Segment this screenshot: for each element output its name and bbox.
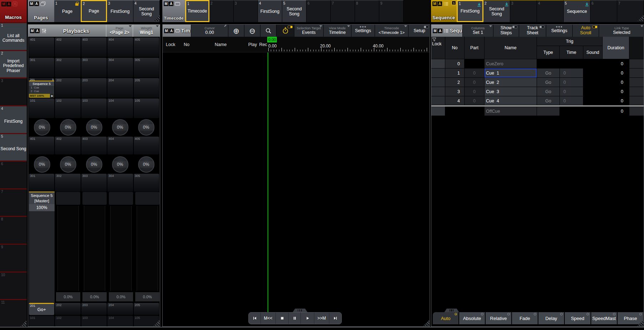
encoder-button-absolute[interactable]: Absolute: [459, 312, 485, 324]
playback-knob[interactable]: 0%: [34, 156, 50, 173]
macro-item[interactable]: 7: [0, 188, 27, 216]
playhead-line[interactable]: [268, 52, 268, 312]
cue-name-cell[interactable]: Cue 4: [485, 96, 537, 105]
column-header-name[interactable]: Name: [485, 37, 537, 59]
timecode-tab[interactable]: 2: [209, 0, 234, 22]
column-header-rec[interactable]: Rec: [259, 37, 268, 52]
playback-knob[interactable]: 0%: [86, 119, 102, 136]
sequence-tab[interactable]: 2Second Song: [483, 0, 510, 22]
master-fader-track[interactable]: [29, 211, 55, 303]
column-header-trig[interactable]: Trig: [537, 37, 602, 46]
view-mode-selector[interactable]: View Mode Timeline: [324, 25, 351, 37]
sequence-tab[interactable]: 5Sequence: [564, 0, 590, 22]
zoom-in-button[interactable]: ⊕: [228, 25, 244, 37]
pages-tab[interactable]: 2Page: [81, 0, 107, 22]
playback-cell[interactable]: 202: [55, 303, 80, 315]
column-header-lock[interactable]: Lock: [163, 37, 178, 52]
playback-cell[interactable]: 301: [29, 58, 54, 77]
skip-start-button[interactable]: [249, 313, 261, 324]
playback-knob[interactable]: 0%: [112, 119, 128, 136]
timecode-tab[interactable]: 3: [234, 0, 258, 22]
playback-cell[interactable]: 204: [107, 78, 133, 98]
timecode-tab[interactable]: 6: [306, 0, 331, 22]
pages-tab[interactable]: 4Second Song: [133, 0, 160, 22]
playback-cell[interactable]: 402: [55, 37, 80, 57]
fader-column[interactable]: 0.0%: [108, 192, 134, 303]
playback-cell[interactable]: 305: [134, 174, 159, 192]
playback-cell[interactable]: 101: [29, 98, 54, 118]
playback-cell[interactable]: 302: [55, 58, 80, 77]
macro-item[interactable]: 2Import Predefined Phaser: [0, 50, 27, 78]
encoder-button-relative[interactable]: Relative: [486, 312, 511, 324]
encoder-button-speedmast[interactable]: SpeedMast: [591, 312, 617, 324]
fader-track[interactable]: [57, 206, 79, 291]
go-plus-button[interactable]: 201Go+: [29, 303, 54, 315]
timecode-pool-button[interactable]: MA Timecode: [162, 0, 185, 22]
column-header-no[interactable]: No: [178, 37, 195, 52]
playback-knob[interactable]: 0%: [112, 156, 128, 173]
macro-item[interactable]: 3: [0, 77, 27, 105]
pages-pool-button[interactable]: MA Pages: [28, 0, 54, 22]
cue-name-cell[interactable]: CueZero: [485, 59, 537, 68]
sequence-tab[interactable]: 6: [590, 0, 617, 22]
auto-scroll-button[interactable]: Auto Scroll: [573, 25, 599, 37]
timecode-show-selector[interactable]: Timecode <Timecode 1>: [375, 25, 409, 37]
setup-button[interactable]: Setup: [409, 25, 430, 37]
cue-lock-cell[interactable]: [431, 59, 445, 68]
cue-name-cell[interactable]: OffCue: [485, 107, 537, 116]
cue-lock-cell[interactable]: [431, 107, 445, 116]
pause-button[interactable]: [289, 313, 301, 324]
timeline-canvas[interactable]: [163, 52, 430, 326]
fader-track[interactable]: [84, 206, 105, 291]
stopwatch-button[interactable]: [277, 25, 294, 37]
playback-cell[interactable]: 104: [107, 98, 133, 118]
timecode-tab[interactable]: 1Timecode: [185, 0, 209, 22]
playback-knob[interactable]: 0%: [60, 156, 76, 173]
pages-tab[interactable]: 3FirstSong: [107, 0, 133, 22]
cue-lock-cell[interactable]: [431, 78, 445, 87]
play-button[interactable]: [301, 313, 314, 324]
playback-knob[interactable]: 0%: [138, 119, 154, 136]
macro-item[interactable]: 1List all Commands: [0, 22, 27, 50]
timecode-tab[interactable]: 8: [355, 0, 379, 22]
playback-cell[interactable]: 401: [29, 137, 54, 154]
encoder-button-phase[interactable]: Phase: [618, 312, 643, 324]
cue-row[interactable]: 20Cue 2Go00: [431, 78, 644, 87]
playback-cell[interactable]: 405: [134, 37, 159, 57]
timecode-tab[interactable]: 7: [331, 0, 355, 22]
stop-button[interactable]: [276, 313, 289, 324]
cue-row[interactable]: 10Cue 1Go00: [431, 68, 644, 77]
macro-pool-header[interactable]: MA Macros: [0, 0, 27, 22]
playback-cell[interactable]: 105: [134, 98, 159, 118]
show-steps-button[interactable]: Show Steps: [493, 25, 519, 37]
timecode-tab[interactable]: 9: [379, 0, 404, 22]
cue-name-cell[interactable]: Cue 3: [485, 87, 537, 96]
search-button[interactable]: [260, 25, 277, 37]
playback-knob[interactable]: 0%: [34, 119, 50, 136]
fader-track[interactable]: [110, 206, 132, 291]
master-fader-column[interactable]: Sequence 5[Master] 100%: [29, 192, 55, 303]
fader-track[interactable]: [137, 206, 158, 291]
macro-item[interactable]: 8: [0, 216, 27, 244]
offcue-row[interactable]: OffCue0: [431, 107, 644, 116]
playback-cell[interactable]: 2012015Sequence 51 Cue2 CueMST 100%▶: [29, 78, 54, 98]
timecode-editor-titlecell[interactable]: MA Tim: [163, 25, 191, 37]
column-header-play[interactable]: Play: [247, 37, 259, 52]
playback-cell[interactable]: 303: [81, 174, 107, 192]
column-header-lock[interactable]: Lock: [431, 37, 445, 59]
skip-end-button[interactable]: [329, 313, 341, 324]
playback-cell[interactable]: 101: [29, 316, 54, 326]
marker-forward-button[interactable]: >>M: [314, 313, 329, 324]
column-header-no[interactable]: No: [445, 37, 464, 59]
column-header-trig-type[interactable]: Type: [537, 46, 559, 59]
fader-column[interactable]: 0.0%: [55, 192, 81, 303]
macro-item[interactable]: 4FirstSong: [0, 105, 27, 133]
play-icon[interactable]: ▶: [50, 94, 54, 98]
columns-selector[interactable]: Columns Set 1: [463, 25, 493, 37]
encoder-button-fade[interactable]: Fade: [512, 312, 538, 324]
playback-knob[interactable]: 0%: [138, 156, 154, 173]
column-header-trig-time[interactable]: Time: [560, 46, 583, 59]
playback-cell[interactable]: 402: [55, 137, 80, 154]
marker-back-button[interactable]: M<<: [261, 313, 276, 324]
playback-cell[interactable]: 305: [134, 58, 159, 77]
